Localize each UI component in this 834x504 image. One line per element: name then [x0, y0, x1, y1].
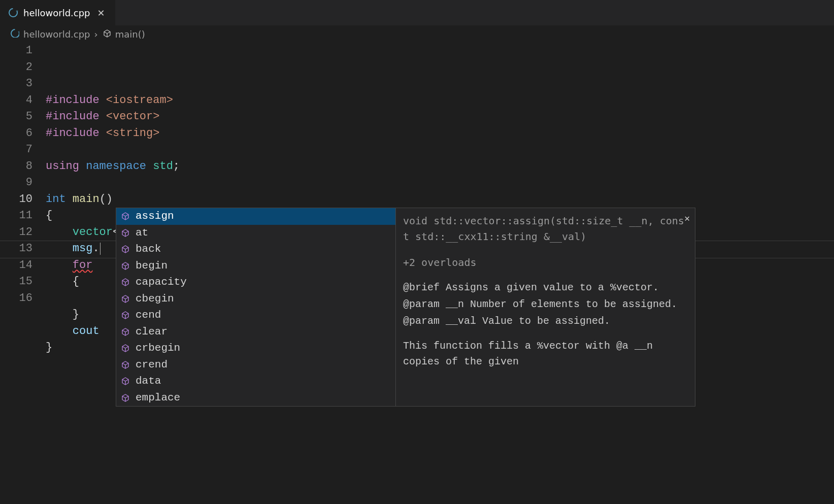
line-number: 9: [0, 175, 32, 191]
doc-line: This function fills a %vector with @a __…: [403, 338, 688, 369]
suggest-item-label: back: [136, 241, 161, 258]
method-icon: [102, 28, 111, 40]
suggest-item-crbegin[interactable]: crbegin: [116, 340, 395, 357]
tab-helloworld[interactable]: helloworld.cpp ✕: [0, 0, 116, 25]
line-number: 10: [0, 191, 32, 208]
method-icon: [120, 211, 130, 221]
cpp-file-icon: [8, 8, 18, 18]
close-icon[interactable]: ✕: [95, 8, 107, 18]
suggest-item-label: clear: [136, 324, 168, 341]
line-number: 13: [0, 241, 32, 257]
method-icon: [120, 343, 130, 353]
code-line[interactable]: #include <vector>: [46, 109, 834, 125]
method-icon: [120, 228, 130, 238]
suggest-item-cend[interactable]: cend: [116, 307, 395, 324]
suggest-item-label: cend: [136, 307, 161, 324]
suggest-item-label: begin: [136, 258, 168, 275]
line-number: 6: [0, 125, 32, 142]
code-line[interactable]: [46, 142, 834, 158]
line-number: 1: [0, 43, 32, 59]
line-number: 7: [0, 142, 32, 158]
doc-line: @param __val Value to be assigned.: [403, 313, 688, 329]
text-cursor: [100, 243, 101, 255]
suggest-item-label: crbegin: [136, 340, 180, 357]
breadcrumb[interactable]: helloworld.cpp › main(): [0, 25, 834, 43]
code-line[interactable]: int main(): [46, 191, 834, 208]
code-line[interactable]: #include <string>: [46, 125, 834, 142]
chevron-right-icon: ›: [94, 29, 98, 40]
doc-line: @brief Assigns a given value to a %vecto…: [403, 280, 688, 295]
code-line[interactable]: using namespace std;: [46, 158, 834, 175]
method-icon: [120, 310, 130, 320]
method-icon: [120, 294, 130, 304]
line-number-gutter: 12345678910111213141516: [0, 43, 46, 356]
line-number: 11: [0, 208, 32, 224]
suggest-item-label: crend: [136, 357, 168, 374]
method-icon: [120, 360, 130, 370]
suggest-item-label: at: [136, 225, 148, 242]
line-number: 2: [0, 59, 32, 76]
code-area[interactable]: #include <iostream>#include <vector>#inc…: [46, 43, 834, 356]
intellisense-popup[interactable]: assignatbackbegincapacitycbegincendclear…: [116, 208, 695, 407]
method-icon: [120, 376, 130, 386]
suggest-item-crend[interactable]: crend: [116, 357, 395, 374]
cpp-file-icon: [10, 28, 19, 40]
method-icon: [120, 277, 130, 287]
breadcrumb-symbol[interactable]: main(): [115, 29, 145, 40]
suggest-item-begin[interactable]: begin: [116, 258, 395, 275]
line-number: 3: [0, 76, 32, 92]
doc-signature: void std::vector::assign(std::size_t __n…: [403, 213, 688, 245]
suggest-list[interactable]: assignatbackbegincapacitycbegincendclear…: [116, 208, 395, 406]
doc-line: @param __n Number of elements to be assi…: [403, 296, 688, 312]
method-icon: [120, 393, 130, 403]
line-number: 16: [0, 290, 32, 307]
line-number: 4: [0, 92, 32, 109]
suggest-item-cbegin[interactable]: cbegin: [116, 291, 395, 308]
method-icon: [120, 261, 130, 271]
suggest-item-label: cbegin: [136, 291, 174, 308]
suggest-item-emplace[interactable]: emplace: [116, 390, 395, 407]
editor[interactable]: 12345678910111213141516 #include <iostre…: [0, 43, 834, 356]
suggest-item-capacity[interactable]: capacity: [116, 274, 395, 291]
suggest-item-label: capacity: [136, 274, 187, 291]
line-number: 8: [0, 158, 32, 175]
breadcrumb-file[interactable]: helloworld.cpp: [23, 29, 90, 40]
suggest-item-clear[interactable]: clear: [116, 324, 395, 341]
doc-overloads: +2 overloads: [403, 255, 688, 271]
code-line[interactable]: [46, 175, 834, 191]
tab-filename: helloworld.cpp: [23, 8, 90, 18]
line-number: 12: [0, 224, 32, 241]
suggest-item-label: data: [136, 373, 161, 390]
code-line[interactable]: #include <iostream>: [46, 92, 834, 109]
method-icon: [120, 244, 130, 254]
suggest-item-label: emplace: [136, 390, 180, 407]
suggest-item-assign[interactable]: assign: [116, 208, 395, 225]
suggest-doc: ✕void std::vector::assign(std::size_t __…: [395, 208, 695, 406]
suggest-item-data[interactable]: data: [116, 373, 395, 390]
line-number: 14: [0, 257, 32, 274]
suggest-item-back[interactable]: back: [116, 241, 395, 258]
line-number: 5: [0, 109, 32, 125]
close-icon[interactable]: ✕: [684, 211, 690, 227]
suggest-item-at[interactable]: at: [116, 225, 395, 242]
method-icon: [120, 327, 130, 337]
line-number: 15: [0, 274, 32, 290]
suggest-item-label: assign: [136, 208, 174, 225]
tab-bar: helloworld.cpp ✕: [0, 0, 834, 25]
